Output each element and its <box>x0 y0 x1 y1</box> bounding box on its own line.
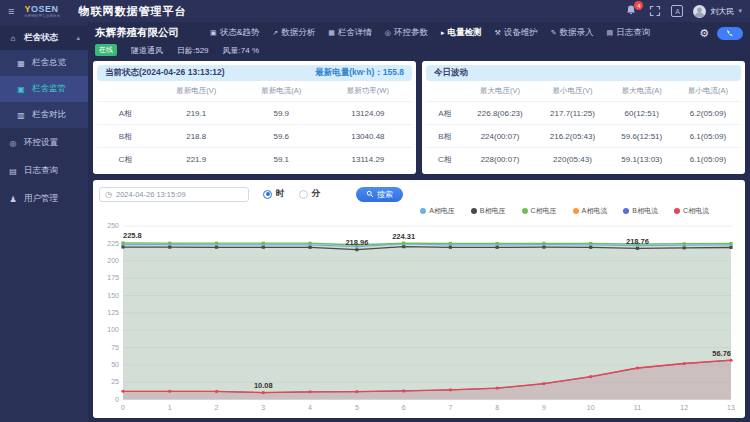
line-chart: 0255075100125150175200225250012345678910… <box>99 217 739 416</box>
col-header: 最大电流(A) <box>609 81 675 102</box>
meta-item: 隧道通风 <box>131 45 163 56</box>
status-badge: 在线 <box>95 44 117 56</box>
current-status-table: 最新电压(V)最新电流(A)最新功率(W)A相219.159.913124.09… <box>97 81 412 170</box>
sidebar-item-栏舍监管[interactable]: ▣栏舍监管 <box>0 76 88 102</box>
sidebar-item-环控设置[interactable]: ◎环控设置 <box>0 130 88 156</box>
tab-icon: ▤ <box>607 29 614 37</box>
sidebar-item-用户管理[interactable]: ♟用户管理 <box>0 186 88 212</box>
phone-action-button[interactable] <box>717 27 743 40</box>
tab-日志查询[interactable]: ▤日志查询 <box>607 27 651 39</box>
tab-电量检测[interactable]: ▸电量检测 <box>441 27 482 39</box>
环控设置-icon: ◎ <box>8 139 18 148</box>
today-fluctuation-table: 最大电压(V)最小电压(V)最大电流(A)最小电流(A)A相226.8(06:2… <box>426 81 741 170</box>
svg-text:11: 11 <box>634 404 642 411</box>
svg-text:250: 250 <box>107 223 119 230</box>
table-row: C相228(00:07)220(05:43)59.1(13:03)6.1(05:… <box>426 148 741 171</box>
table-row: C相221.959.113114.29 <box>97 148 412 171</box>
app-root: ≡ YOSEN 永盛物联网专业服务商 物联网数据管理平台 4 A 刘大民 ▾ <box>0 0 750 422</box>
collapse-menu-icon[interactable]: ≡ <box>8 5 14 17</box>
table-row: A相226.8(06:23)217.7(11:25)60(12:51)6.2(0… <box>426 102 741 125</box>
search-button[interactable]: 搜索 <box>356 187 403 202</box>
svg-text:8: 8 <box>495 404 499 411</box>
tab-icon: ◎ <box>385 29 391 37</box>
radio-minute[interactable]: 分 <box>299 188 321 200</box>
sidebar-group-label: 栏舍状态 <box>24 32 58 44</box>
radio-hour[interactable]: 时 <box>263 188 285 200</box>
company-title: 东辉养殖有限公司 <box>95 26 179 40</box>
tab-状态&趋势[interactable]: ▣状态&趋势 <box>210 27 259 39</box>
svg-text:218.96: 218.96 <box>345 239 368 247</box>
meta-item: 日龄:529 <box>177 45 209 56</box>
tab-icon: ▦ <box>328 29 335 37</box>
sidebar-item-栏舍总览[interactable]: ▦栏舍总览 <box>0 50 88 76</box>
legend-item-B相电压[interactable]: B相电压 <box>471 206 506 216</box>
tabs: ▣状态&趋势↗数据分析▦栏舍详情◎环控参数▸电量检测⚒设备维护✎数据录入▤日志查… <box>210 27 650 39</box>
meta-row: 在线 隧道通风日龄:529风量:74 % <box>93 43 745 57</box>
用户管理-icon: ♟ <box>8 195 18 204</box>
svg-text:9: 9 <box>542 404 546 411</box>
legend-item-A相电压[interactable]: A相电压 <box>420 206 455 216</box>
legend-dot <box>623 208 629 214</box>
page-title: 物联网数据管理平台 <box>78 4 186 19</box>
svg-text:4: 4 <box>308 404 312 411</box>
col-header: 最小电压(V) <box>536 81 608 102</box>
datetime-value: 2024-04-26 13:15:09 <box>116 190 186 199</box>
user-name: 刘大民 <box>710 6 734 17</box>
legend-item-C相电流[interactable]: C相电流 <box>674 206 709 216</box>
svg-text:200: 200 <box>107 257 119 264</box>
svg-text:2: 2 <box>215 404 219 411</box>
svg-text:3: 3 <box>261 404 265 411</box>
svg-text:100: 100 <box>107 327 119 334</box>
table-row: B相224(00:07)216.2(05:43)59.6(12:51)6.1(0… <box>426 125 741 148</box>
svg-text:6: 6 <box>402 404 406 411</box>
legend-item-B相电流[interactable]: B相电流 <box>623 206 658 216</box>
tab-栏舍详情[interactable]: ▦栏舍详情 <box>328 27 372 39</box>
tab-数据录入[interactable]: ✎数据录入 <box>551 27 594 39</box>
gear-icon[interactable]: ⚙ <box>699 27 709 40</box>
legend-dot <box>573 208 579 214</box>
sidebar-submenu: ▦栏舍总览▣栏舍监管▥栏舍对比 <box>0 50 88 128</box>
col-header: 最新电流(A) <box>239 81 324 102</box>
svg-text:218.76: 218.76 <box>626 238 649 246</box>
language-icon[interactable]: A <box>671 5 683 17</box>
legend-dot <box>420 208 426 214</box>
home-icon: ⌂ <box>8 34 18 43</box>
svg-text:150: 150 <box>107 292 119 299</box>
chart-area: 0255075100125150175200225250012345678910… <box>99 217 739 416</box>
sidebar-group-pen-status[interactable]: ⌂ 栏舍状态 ▴ <box>0 26 88 50</box>
legend-item-C相电压[interactable]: C相电压 <box>522 206 557 216</box>
svg-text:224.31: 224.31 <box>392 234 415 242</box>
legend-item-A相电流[interactable]: A相电流 <box>573 206 608 216</box>
col-header: 最小电流(A) <box>675 81 741 102</box>
sidebar-items: ◎环控设置▤日志查询♟用户管理 <box>0 130 88 212</box>
svg-text:12: 12 <box>680 404 688 411</box>
radio-dot <box>299 190 308 199</box>
grid-icon: ▣ <box>16 85 26 94</box>
datetime-input[interactable]: ◷ 2024-04-26 13:15:09 <box>99 187 249 202</box>
svg-text:1: 1 <box>168 404 172 411</box>
clock-icon: ◷ <box>105 190 112 199</box>
avatar <box>693 5 706 18</box>
legend-dot <box>522 208 528 214</box>
svg-text:0: 0 <box>115 396 119 403</box>
tab-环控参数[interactable]: ◎环控参数 <box>385 27 428 39</box>
latest-energy-value: 最新电量(kw·h)：155.8 <box>315 67 404 79</box>
notification-bell-icon[interactable]: 4 <box>625 4 639 18</box>
sidebar-item-日志查询[interactable]: ▤日志查询 <box>0 158 88 184</box>
col-header: 最新功率(W) <box>324 81 412 102</box>
current-status-panel: 当前状态(2024-04-26 13:13:12) 最新电量(kw·h)：155… <box>93 61 416 174</box>
table-row: B相218.859.613040.48 <box>97 125 412 148</box>
fullscreen-icon[interactable] <box>649 5 661 17</box>
svg-text:7: 7 <box>448 404 452 411</box>
tab-数据分析[interactable]: ↗数据分析 <box>272 27 315 39</box>
main-content: 东辉养殖有限公司 ▣状态&趋势↗数据分析▦栏舍详情◎环控参数▸电量检测⚒设备维护… <box>88 22 750 422</box>
logo-tagline: 永盛物联网专业服务商 <box>24 14 60 18</box>
tab-设备维护[interactable]: ⚒设备维护 <box>494 27 537 39</box>
svg-text:225: 225 <box>107 240 119 247</box>
sidebar-item-栏舍对比[interactable]: ▥栏舍对比 <box>0 102 88 128</box>
col-header: 最大电压(V) <box>464 81 536 102</box>
sidebar: ⌂ 栏舍状态 ▴ ▦栏舍总览▣栏舍监管▥栏舍对比 ◎环控设置▤日志查询♟用户管理 <box>0 22 88 422</box>
svg-text:5: 5 <box>355 404 359 411</box>
user-menu[interactable]: 刘大民 ▾ <box>693 5 742 18</box>
legend-dot <box>674 208 680 214</box>
